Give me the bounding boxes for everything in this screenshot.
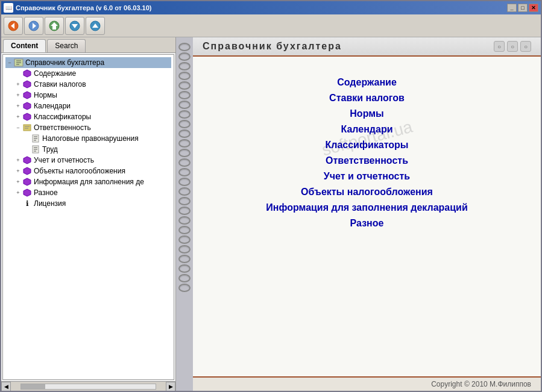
tree-icon-tax-objects bbox=[22, 166, 32, 176]
forward-button[interactable] bbox=[24, 17, 43, 35]
tree-label-classifiers: Классификаторы bbox=[34, 113, 91, 121]
main-window: 📖 Справочник бухгалтера (v 6.0 от 06.03.… bbox=[0, 0, 542, 392]
minimize-button[interactable]: _ bbox=[507, 4, 517, 12]
spiral-ring bbox=[178, 110, 191, 119]
spiral-ring bbox=[178, 81, 191, 90]
tree-label-tax-objects: Объекты налогообложения bbox=[34, 167, 125, 175]
svg-marker-30 bbox=[24, 157, 31, 164]
maximize-button[interactable]: □ bbox=[518, 4, 528, 12]
tree-label-norms: Нормы bbox=[34, 91, 57, 99]
tree-label-tax-violations: Налоговые правонарушения bbox=[42, 134, 139, 143]
scroll-left-button[interactable]: ◀ bbox=[1, 382, 11, 391]
tree-root-icon bbox=[14, 58, 24, 67]
content-links: Содержание Ставки налогов Нормы Календар… bbox=[205, 75, 529, 231]
tree-expander-norms: + bbox=[14, 91, 22, 99]
tree-expander-contents bbox=[14, 69, 22, 78]
scroll-down-button[interactable] bbox=[65, 17, 84, 35]
horizontal-scrollbar: ◀ ▶ bbox=[1, 381, 175, 391]
tree-expander-tv bbox=[22, 134, 31, 143]
tree-expander-root: − bbox=[5, 58, 14, 67]
tree-icon-taxes bbox=[22, 79, 32, 89]
close-button[interactable]: ✕ bbox=[529, 4, 538, 12]
link-fill-info[interactable]: Информация для заполнения деклараций bbox=[266, 202, 468, 213]
link-norms[interactable]: Нормы bbox=[350, 108, 383, 119]
scrollbar-track[interactable] bbox=[20, 384, 156, 390]
toolbar bbox=[1, 14, 541, 37]
tree-expander-tax-objects: + bbox=[14, 167, 22, 175]
tree-item-responsibility[interactable]: − Ответственность bbox=[14, 122, 171, 133]
tree-item-misc[interactable]: + Разное bbox=[14, 187, 171, 198]
tree-item-tax-violations[interactable]: Налоговые правонарушения bbox=[22, 133, 171, 144]
link-classifiers[interactable]: Классификаторы bbox=[325, 140, 408, 151]
scroll-up-button[interactable] bbox=[86, 17, 105, 35]
copyright-text: Copyright © 2010 М.Филиппов bbox=[431, 380, 531, 388]
svg-rect-19 bbox=[24, 125, 31, 131]
tree-item-norms[interactable]: + Нормы bbox=[14, 90, 171, 101]
link-tax-objects[interactable]: Объекты налогообложения bbox=[301, 187, 433, 198]
spiral-ring bbox=[178, 197, 191, 205]
link-calendars[interactable]: Календари bbox=[341, 124, 392, 135]
scrollbar-thumb[interactable] bbox=[21, 384, 45, 389]
tree-area[interactable]: − Справочник бухгалтера Содержание bbox=[2, 54, 174, 380]
link-responsibility[interactable]: Ответственность bbox=[326, 155, 408, 166]
tree-root[interactable]: − Справочник бухгалтера bbox=[5, 57, 171, 68]
content-header-controls: ○ ○ ○ bbox=[494, 41, 531, 52]
spiral-ring bbox=[178, 235, 191, 244]
tree-expander-accounting: + bbox=[14, 156, 22, 164]
content-header: Справочник бухгалтера ○ ○ ○ bbox=[193, 37, 541, 57]
spiral-ring bbox=[178, 43, 191, 51]
tab-search[interactable]: Search bbox=[47, 39, 86, 52]
content-header-title: Справочник бухгалтера bbox=[203, 41, 342, 52]
tree-item-taxes[interactable]: + Ставки налогов bbox=[14, 79, 171, 90]
svg-marker-31 bbox=[24, 167, 31, 175]
tree-label-misc: Разное bbox=[34, 188, 58, 197]
spiral-ring bbox=[178, 245, 191, 254]
tree-expander-taxes: + bbox=[14, 80, 22, 89]
right-content: Справочник бухгалтера ○ ○ ○ softportal.u… bbox=[193, 37, 541, 391]
tree-icon-contents bbox=[22, 69, 32, 78]
tree-icon-labor bbox=[31, 145, 40, 154]
svg-marker-16 bbox=[24, 92, 31, 99]
tree-icon-tax-violations bbox=[31, 134, 40, 143]
link-misc[interactable]: Разное bbox=[350, 218, 384, 229]
tree-label-fill-info: Информация для заполнения де bbox=[34, 178, 144, 186]
window-controls: _ □ ✕ bbox=[507, 4, 538, 12]
main-area: Content Search − Справочник бухгалтера bbox=[1, 37, 541, 391]
tree-icon-license: ℹ bbox=[22, 199, 32, 208]
tree-item-tax-objects[interactable]: + Объекты налогообложения bbox=[14, 166, 171, 176]
home-button[interactable] bbox=[45, 17, 64, 35]
tree-expander-fill-info: + bbox=[14, 178, 22, 186]
tree-item-fill-info[interactable]: + Информация для заполнения де bbox=[14, 176, 171, 187]
link-contents[interactable]: Содержание bbox=[337, 77, 397, 88]
back-button[interactable] bbox=[4, 17, 23, 35]
link-accounting[interactable]: Учет и отчетность bbox=[324, 171, 410, 182]
tree-label-responsibility: Ответственность bbox=[34, 123, 91, 132]
spiral-ring bbox=[178, 264, 191, 273]
tree-item-calendars[interactable]: + Календари bbox=[14, 101, 171, 111]
tree-item-labor[interactable]: Труд bbox=[22, 144, 171, 155]
tree-item-accounting[interactable]: + Учет и отчетность bbox=[14, 155, 171, 166]
tree-icon-misc bbox=[22, 188, 32, 198]
spiral-ring bbox=[178, 91, 191, 99]
tab-content[interactable]: Content bbox=[3, 39, 46, 52]
tree-label-calendars: Календари bbox=[34, 102, 71, 110]
link-taxes[interactable]: Ставки налогов bbox=[329, 93, 405, 104]
svg-marker-18 bbox=[24, 113, 31, 120]
tree-children-responsibility: Налоговые правонарушения Труд bbox=[14, 133, 171, 155]
tree-item-classifiers[interactable]: + Классификаторы bbox=[14, 111, 171, 122]
content-icon-2[interactable]: ○ bbox=[507, 41, 518, 52]
scroll-right-button[interactable]: ▶ bbox=[166, 382, 175, 391]
content-icon-3[interactable]: ○ bbox=[520, 41, 531, 52]
tree-item-license[interactable]: ℹ Лицензия bbox=[14, 198, 171, 209]
spiral-ring bbox=[178, 139, 191, 148]
spiral-ring bbox=[178, 129, 191, 138]
svg-marker-15 bbox=[24, 81, 31, 88]
svg-marker-17 bbox=[24, 102, 31, 110]
spiral-ring bbox=[178, 274, 191, 282]
window-title: Справочник бухгалтера (v 6.0 от 06.03.10… bbox=[16, 4, 507, 11]
tree-label-accounting: Учет и отчетность bbox=[34, 156, 94, 164]
tree-item-contents[interactable]: Содержание bbox=[14, 68, 171, 79]
content-icon-1[interactable]: ○ bbox=[494, 41, 505, 52]
tree-expander-calendars: + bbox=[14, 102, 22, 110]
content-footer: Copyright © 2010 М.Филиппов bbox=[193, 376, 541, 391]
